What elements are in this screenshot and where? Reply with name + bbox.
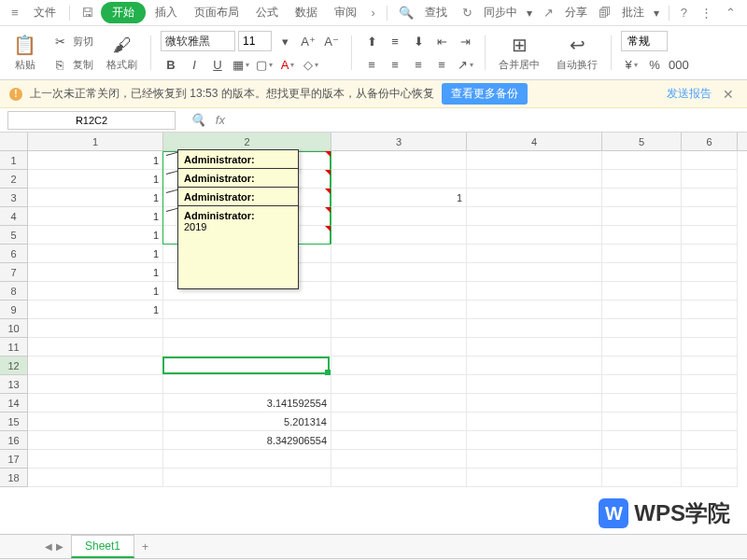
row-header[interactable]: 1 (0, 151, 27, 170)
cell[interactable]: 8.342906554 (163, 431, 331, 450)
cell[interactable] (331, 301, 467, 319)
name-box[interactable]: R12C2 (7, 111, 176, 130)
cell[interactable] (467, 431, 602, 450)
row-header[interactable]: 4 (0, 207, 27, 226)
cell[interactable] (682, 338, 738, 357)
fontsize-selector[interactable]: 11 (238, 31, 272, 51)
row-header[interactable]: 6 (0, 245, 27, 263)
cell[interactable] (467, 151, 602, 170)
comment-indicator[interactable] (325, 151, 331, 157)
note-icon[interactable]: 🗐 (593, 3, 616, 22)
cell[interactable] (28, 450, 163, 469)
align-center-button[interactable]: ≡ (385, 54, 405, 75)
select-all-corner[interactable] (0, 133, 28, 150)
tab-prev-icon[interactable]: ◀ (45, 541, 52, 552)
italic-button[interactable]: I (184, 54, 204, 75)
row-header[interactable]: 13 (0, 375, 27, 394)
cell[interactable] (331, 357, 467, 375)
cell[interactable] (602, 282, 682, 301)
menu-layout[interactable]: 页面布局 (187, 2, 247, 23)
cell[interactable] (602, 394, 682, 413)
underline-button[interactable]: U (207, 54, 228, 75)
comment-popup[interactable]: Administrator:2019 (177, 205, 299, 289)
cell[interactable] (467, 338, 602, 357)
col-header[interactable]: 4 (467, 133, 602, 150)
merge-button[interactable]: ⊞ 合并居中 (493, 30, 545, 76)
cell[interactable] (331, 450, 467, 469)
cell[interactable] (602, 189, 682, 207)
cell[interactable] (28, 375, 163, 394)
cell[interactable] (682, 394, 738, 413)
search-icon[interactable]: 🔍 (393, 3, 419, 22)
comment-popup[interactable]: Administrator: (177, 168, 299, 189)
cell[interactable] (682, 319, 738, 338)
col-header[interactable]: 3 (331, 133, 467, 150)
fx-icon[interactable]: 🔍 fx (183, 113, 233, 127)
bold-button[interactable]: B (161, 54, 181, 75)
share-icon[interactable]: ↗ (538, 3, 559, 22)
cell[interactable] (28, 319, 163, 338)
row-header[interactable]: 5 (0, 226, 27, 245)
cell[interactable] (467, 170, 602, 189)
cell[interactable] (331, 431, 467, 450)
cell[interactable] (682, 301, 738, 319)
cell[interactable] (331, 469, 467, 487)
cell[interactable] (682, 357, 738, 375)
cell[interactable] (602, 338, 682, 357)
sheet-tab[interactable]: Sheet1 (71, 535, 134, 558)
menu-data[interactable]: 数据 (288, 2, 325, 23)
cell[interactable] (682, 245, 738, 263)
cell[interactable] (467, 226, 602, 245)
cell[interactable] (602, 151, 682, 170)
tab-next-icon[interactable]: ▶ (56, 541, 63, 552)
cell[interactable] (331, 413, 467, 431)
cell[interactable]: 1 (28, 207, 163, 226)
cell[interactable] (602, 263, 682, 282)
cell[interactable] (28, 431, 163, 450)
row-header[interactable]: 3 (0, 189, 27, 207)
row-header[interactable]: 16 (0, 431, 27, 450)
settings-icon[interactable]: ⋮ (695, 3, 718, 22)
fillcolor-button[interactable]: ▢ (254, 54, 275, 75)
cell[interactable] (682, 469, 738, 487)
align-bot-button[interactable]: ⬇ (408, 31, 429, 51)
comment-indicator[interactable] (325, 207, 331, 213)
cell[interactable] (467, 189, 602, 207)
cell[interactable] (682, 450, 738, 469)
row-header[interactable]: 2 (0, 170, 27, 189)
menu-note[interactable]: 批注 (618, 2, 648, 23)
comment-popup[interactable]: Administrator: (177, 149, 299, 170)
wrap-button[interactable]: ↩ 自动换行 (551, 30, 603, 76)
menu-file[interactable]: 文件 (26, 2, 63, 23)
menu-find[interactable]: 查找 (421, 2, 451, 23)
format-painter-button[interactable]: 🖌 格式刷 (101, 30, 143, 76)
help-icon[interactable]: ? (675, 3, 693, 22)
cell[interactable]: 1 (28, 189, 163, 207)
cell[interactable]: 1 (28, 245, 163, 263)
sync-dd[interactable]: ▾ (523, 4, 536, 22)
cell[interactable] (467, 245, 602, 263)
cell[interactable] (28, 413, 163, 431)
row-header[interactable]: 10 (0, 319, 27, 338)
spreadsheet-grid[interactable]: 1 2 3 4 5 6 123456789101112131415161718 … (0, 133, 747, 534)
cell[interactable] (28, 338, 163, 357)
align-mid-button[interactable]: ≡ (385, 31, 405, 51)
row-header[interactable]: 9 (0, 301, 27, 319)
percent-button[interactable]: % (644, 54, 665, 75)
cell[interactable]: 3.141592554 (163, 394, 331, 413)
currency-button[interactable]: ¥ (621, 54, 641, 75)
cell[interactable] (602, 319, 682, 338)
cells-area[interactable]: Administrator: Administrator: Administra… (28, 151, 747, 487)
align-right-button[interactable]: ≡ (408, 54, 429, 75)
cell[interactable] (602, 357, 682, 375)
cell[interactable] (163, 375, 331, 394)
cell[interactable] (682, 189, 738, 207)
cell[interactable] (602, 450, 682, 469)
cell[interactable] (467, 469, 602, 487)
cell[interactable]: 1 (28, 282, 163, 301)
indent-inc-button[interactable]: ⇥ (455, 31, 475, 51)
orient-button[interactable]: ↗ (455, 54, 475, 75)
cell[interactable] (331, 245, 467, 263)
cell[interactable] (602, 245, 682, 263)
cell[interactable] (163, 319, 331, 338)
